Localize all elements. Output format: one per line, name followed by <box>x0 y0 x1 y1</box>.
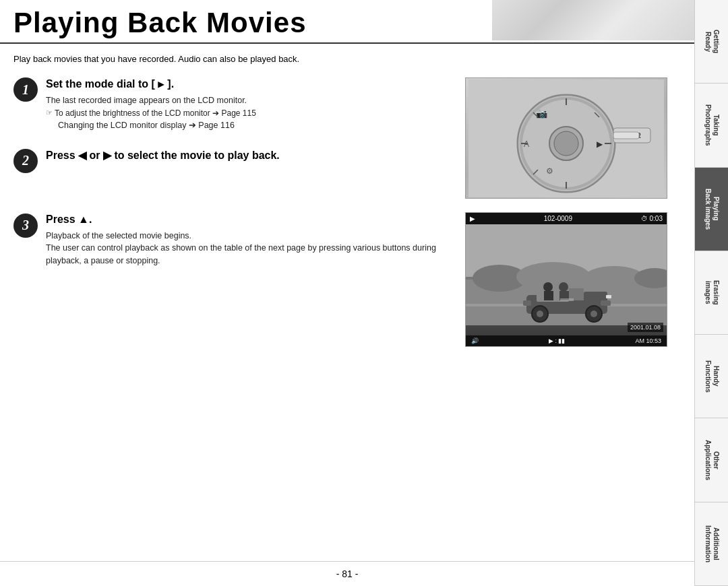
movie-scene-svg <box>466 224 667 325</box>
svg-text:▶: ▶ <box>597 139 603 149</box>
step-1-desc: The last recorded image appears on the L… <box>46 94 452 132</box>
header-background <box>492 0 694 40</box>
sidebar-tab-playing-back-label: PlayingBack images <box>704 189 720 230</box>
step-3-title: Press ▲. <box>46 214 452 226</box>
movie-playback-image: ▶ 102-0009 ⏱ 0:03 <box>465 212 667 347</box>
svg-rect-35 <box>544 291 553 300</box>
sidebar-tab-taking-photos-label: TakingPhotographs <box>704 104 720 146</box>
svg-point-34 <box>543 282 553 292</box>
svg-rect-45 <box>560 298 574 301</box>
svg-rect-42 <box>601 300 611 306</box>
sidebar-tab-additional[interactable]: AdditionalInformation <box>695 502 728 586</box>
svg-point-39 <box>537 311 543 317</box>
page-header: Playing Back Movies <box>0 0 694 44</box>
step-1-note-2: Changing the LCD monitor display ➔ Page … <box>46 119 452 132</box>
sidebar-tab-handy-label: HandyFunctions <box>704 360 720 393</box>
svg-rect-44 <box>606 295 611 298</box>
movie-top-bar: ▶ 102-0009 ⏱ 0:03 <box>466 213 667 224</box>
step-3: 3 Press ▲. Playback of the selected movi… <box>13 214 452 267</box>
svg-text:📷: 📷 <box>536 108 548 119</box>
sidebar-tab-taking-photos[interactable]: TakingPhotographs <box>695 84 728 167</box>
svg-rect-14 <box>613 132 639 139</box>
movie-file-id: 102-0009 <box>544 215 572 222</box>
content-area: Play back movies that you have recorded.… <box>0 44 694 561</box>
svg-text:⚙: ⚙ <box>546 166 553 176</box>
sidebar-tab-other[interactable]: OtherApplications <box>695 418 728 502</box>
sidebar-tab-erasing-label: Erasingimages <box>704 280 720 305</box>
step-1-number: 1 <box>13 77 38 102</box>
step-3-desc: Playback of the selected movie begins. T… <box>46 230 452 267</box>
movie-frame: 2001.01.08 <box>466 224 667 335</box>
sidebar-tab-erasing[interactable]: Erasingimages <box>695 251 728 335</box>
main-content: Playing Back Movies Play back movies tha… <box>0 0 694 586</box>
svg-point-36 <box>559 282 568 292</box>
playback-controls: ▶ : ▮▮ <box>549 337 566 344</box>
step-1-content: Set the mode dial to [ ▶ ]. The last rec… <box>46 77 452 132</box>
movie-time-display: AM 10:53 <box>635 337 661 344</box>
step-1: 1 Set the mode dial to [ ▶ ]. The last r… <box>13 77 452 132</box>
dial-svg: 📷 ▶ M ⚙ A <box>468 79 664 197</box>
page-footer: - 81 - <box>0 561 694 586</box>
step-3-content: Press ▲. Playback of the selected movie … <box>46 214 452 267</box>
step-3-number: 3 <box>13 214 38 238</box>
svg-point-11 <box>554 131 578 156</box>
dial-container: 📷 ▶ M ⚙ A <box>466 78 667 198</box>
movie-icon: ▶ <box>470 215 475 222</box>
mode-dial-image: 📷 ▶ M ⚙ A <box>465 77 667 199</box>
step-2-content: Press ◀ or ▶ to select the movie to play… <box>46 149 452 166</box>
svg-point-41 <box>590 311 597 317</box>
movie-date: 2001.01.08 <box>628 323 663 332</box>
movie-bottom-bar: 🔊 ▶ : ▮▮ AM 10:53 <box>466 335 667 346</box>
svg-rect-43 <box>523 300 531 306</box>
steps-and-images: 1 Set the mode dial to [ ▶ ]. The last r… <box>13 77 681 347</box>
images-column: 📷 ▶ M ⚙ A <box>465 77 681 347</box>
sidebar-tab-additional-label: AdditionalInformation <box>704 525 720 562</box>
movie-screen: ▶ 102-0009 ⏱ 0:03 <box>466 213 667 346</box>
sidebar-tab-getting-ready[interactable]: GettingReady <box>695 0 728 84</box>
steps-column: 1 Set the mode dial to [ ▶ ]. The last r… <box>13 77 465 347</box>
step-2-title: Press ◀ or ▶ to select the movie to play… <box>46 149 452 162</box>
step-2-number: 2 <box>13 149 38 173</box>
volume-icon: 🔊 <box>471 337 479 344</box>
intro-text: Play back movies that you have recorded.… <box>13 54 681 64</box>
step-2: 2 Press ◀ or ▶ to select the movie to pl… <box>13 149 452 173</box>
sidebar-tab-handy[interactable]: HandyFunctions <box>695 335 728 418</box>
page-number: - 81 - <box>336 568 359 579</box>
movie-time: ⏱ 0:03 <box>641 215 663 222</box>
sidebar-tab-getting-ready-label: GettingReady <box>704 30 720 53</box>
right-sidebar: GettingReady TakingPhotographs PlayingBa… <box>694 0 728 586</box>
step-1-note-1: ☞ To adjust the brightness of the LCD mo… <box>46 107 452 119</box>
step-1-title: Set the mode dial to [ ▶ ]. <box>46 77 452 90</box>
svg-point-27 <box>516 262 590 292</box>
sidebar-tab-playing-back[interactable]: PlayingBack images <box>695 168 728 251</box>
sidebar-tab-other-label: OtherApplications <box>704 440 720 480</box>
